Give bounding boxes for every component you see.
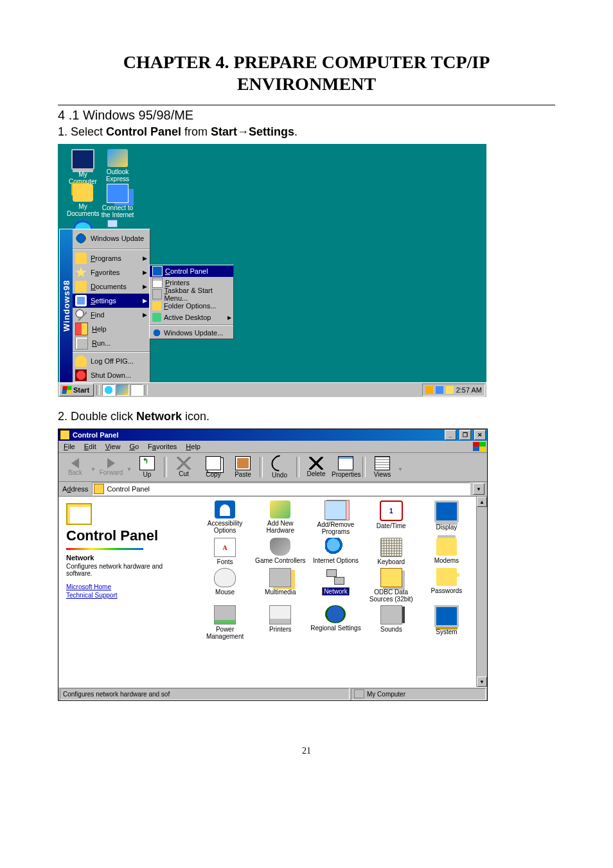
toolbar-label: Views — [368, 471, 396, 478]
forward-dropdown[interactable]: ▼ — [127, 463, 132, 472]
menu-label: Shut Down... — [91, 371, 131, 379]
copy-button[interactable]: Copy — [199, 456, 227, 478]
section-rule — [58, 105, 555, 105]
icon-network[interactable]: Network — [309, 568, 362, 603]
menu-favorites[interactable]: Favorites — [144, 443, 181, 450]
address-field[interactable]: Control Panel — [92, 483, 470, 495]
icon-display[interactable]: Display — [420, 500, 473, 535]
scroll-down-button[interactable]: ▼ — [477, 677, 487, 687]
menu-find[interactable]: Find▶ — [73, 308, 150, 322]
back-button[interactable]: Back — [61, 458, 89, 476]
icon-accessibility[interactable]: Accessibility Options — [199, 500, 251, 535]
restore-button[interactable]: ❐ — [459, 430, 471, 440]
volume-icon[interactable] — [446, 386, 454, 394]
icon-add-remove[interactable]: Add/Remove Programs — [309, 500, 362, 535]
menu-edit[interactable]: Edit — [80, 443, 100, 450]
folder-icon — [94, 484, 104, 494]
icon-system[interactable]: System — [420, 605, 473, 640]
toolbar: Back ▼ Forward ▼ Up Cut Copy Paste Undo … — [58, 453, 487, 482]
cut-button[interactable]: Cut — [170, 457, 198, 477]
menu-programs[interactable]: Programs▶ — [73, 251, 150, 265]
link-microsoft-home[interactable]: Microsoft Home — [66, 583, 188, 590]
menu-go[interactable]: Go — [125, 443, 143, 450]
icon-label: ODBC Data Sources (32bit) — [365, 589, 418, 603]
icon-keyboard[interactable]: Keyboard — [365, 538, 418, 565]
menu-help[interactable]: Help — [73, 322, 150, 336]
address-dropdown[interactable]: ▼ — [473, 483, 484, 495]
menu-help[interactable]: Help — [182, 443, 204, 450]
accessibility-icon — [215, 500, 235, 518]
menu-file[interactable]: File — [60, 443, 79, 450]
menu-favorites[interactable]: Favorites▶ — [73, 265, 150, 279]
icon-internet[interactable]: Internet Options — [309, 538, 362, 565]
link-technical-support[interactable]: Technical Support — [66, 592, 188, 599]
submenu-label: Control Panel — [165, 267, 208, 275]
menu-windows-update[interactable]: Windows Update — [73, 229, 150, 247]
taskbar-separator — [145, 385, 148, 395]
icon-label: Multimedia — [254, 589, 306, 596]
menu-shutdown[interactable]: Shut Down... — [73, 368, 150, 382]
icon-passwords[interactable]: Passwords — [420, 568, 473, 603]
submenu-active-desktop[interactable]: Active Desktop▶ — [150, 312, 233, 323]
status-bar: Configures network hardware and sof My C… — [58, 687, 487, 700]
quicklaunch-outlook[interactable] — [116, 384, 129, 396]
start-button[interactable]: Start — [59, 384, 94, 396]
icon-game[interactable]: Game Controllers — [254, 538, 306, 565]
quicklaunch-desktop[interactable] — [130, 384, 143, 396]
views-button[interactable]: Views — [368, 456, 396, 478]
clock[interactable]: 2:57 AM — [456, 386, 482, 394]
submenu-folder-options[interactable]: Folder Options... — [150, 300, 233, 312]
arrow-icon: ▶ — [143, 283, 147, 290]
paste-button[interactable]: Paste — [229, 456, 257, 478]
icon-modems[interactable]: Modems — [420, 538, 473, 565]
icon-printers[interactable]: Printers — [254, 605, 306, 640]
icon-label: Add New Hardware — [254, 520, 306, 534]
connect-icon — [107, 184, 129, 203]
icon-label: Mouse — [199, 589, 251, 596]
screenshot-control-panel: Control Panel _ ❐ ✕ File Edit View Go Fa… — [58, 429, 488, 701]
submenu-windows-update[interactable]: Windows Update... — [150, 327, 233, 339]
icon-regional[interactable]: Regional Settings — [309, 605, 362, 640]
views-dropdown[interactable]: ▼ — [398, 463, 403, 472]
icon-mouse[interactable]: Mouse — [199, 568, 251, 603]
start-menu-list: Windows Update Programs▶ Favorites▶ Docu… — [73, 229, 150, 382]
submenu-taskbar[interactable]: Taskbar & Start Menu... — [150, 288, 233, 300]
minimize-button[interactable]: _ — [445, 430, 456, 440]
quicklaunch-ie[interactable] — [102, 384, 115, 396]
desktop-icon-connect-internet[interactable]: Connect to the Internet — [99, 184, 136, 218]
undo-button[interactable]: Undo — [265, 456, 294, 479]
scroll-up-button[interactable]: ▲ — [477, 497, 487, 507]
key-icon — [436, 568, 457, 586]
menu-run[interactable]: Run... — [73, 336, 150, 350]
up-button[interactable]: Up — [133, 456, 161, 478]
delete-button[interactable]: Delete — [302, 457, 330, 477]
menu-logoff[interactable]: Log Off PIG... — [73, 354, 150, 368]
menu-settings[interactable]: Settings▶ — [73, 294, 150, 308]
menu-label: Help — [92, 325, 107, 333]
icon-multimedia[interactable]: Multimedia — [254, 568, 306, 603]
icon-date-time[interactable]: Date/Time — [365, 500, 418, 535]
icon-fonts[interactable]: Fonts — [199, 538, 251, 565]
icon-odbc[interactable]: ODBC Data Sources (32bit) — [365, 568, 418, 603]
tray-icon[interactable] — [425, 386, 433, 394]
desktop-icon-my-documents[interactable]: My Documents — [67, 184, 99, 217]
back-dropdown[interactable]: ▼ — [91, 463, 96, 472]
icon-power[interactable]: Power Management — [199, 605, 251, 640]
icon-add-hardware[interactable]: Add New Hardware — [254, 500, 306, 535]
toolbar-label: Properties — [332, 471, 360, 478]
system-tray: 2:57 AM — [422, 384, 485, 396]
menu-view[interactable]: View — [102, 443, 125, 450]
icon-label: Date/Time — [365, 522, 418, 529]
properties-button[interactable]: Properties — [332, 456, 360, 478]
icon-sounds[interactable]: Sounds — [365, 605, 418, 640]
desktop-icon-my-computer[interactable]: My Computer — [67, 149, 99, 185]
close-button[interactable]: ✕ — [474, 430, 486, 440]
start-menu: Windows98 Windows Update Programs▶ Favor… — [59, 229, 150, 383]
desktop-icon-outlook[interactable]: Outlook Express — [102, 149, 134, 182]
network-icon — [325, 568, 346, 586]
tray-icon[interactable] — [436, 386, 443, 394]
chapter-title-line1: CHAPTER 4. PREPARE COMPUTER TCP/IP — [123, 52, 490, 72]
submenu-control-panel[interactable]: Control Panel — [150, 265, 233, 277]
forward-button[interactable]: Forward — [97, 458, 125, 476]
menu-documents[interactable]: Documents▶ — [73, 279, 150, 294]
